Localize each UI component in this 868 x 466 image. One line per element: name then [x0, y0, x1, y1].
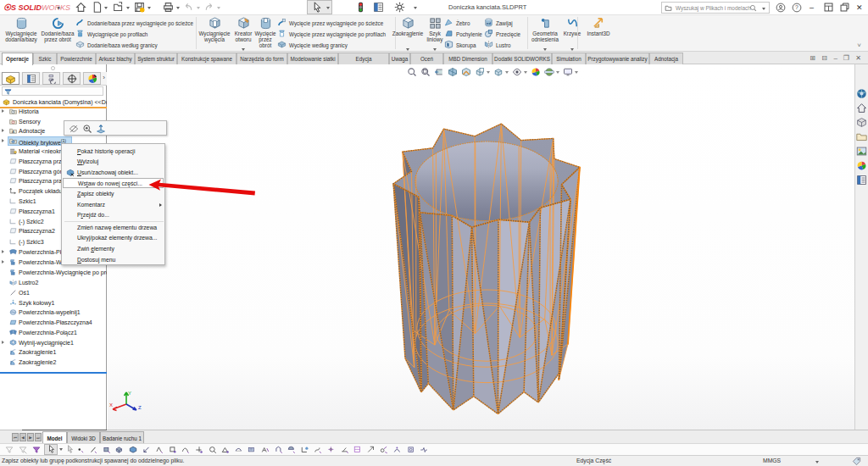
svg-text:A: A: [12, 130, 14, 134]
